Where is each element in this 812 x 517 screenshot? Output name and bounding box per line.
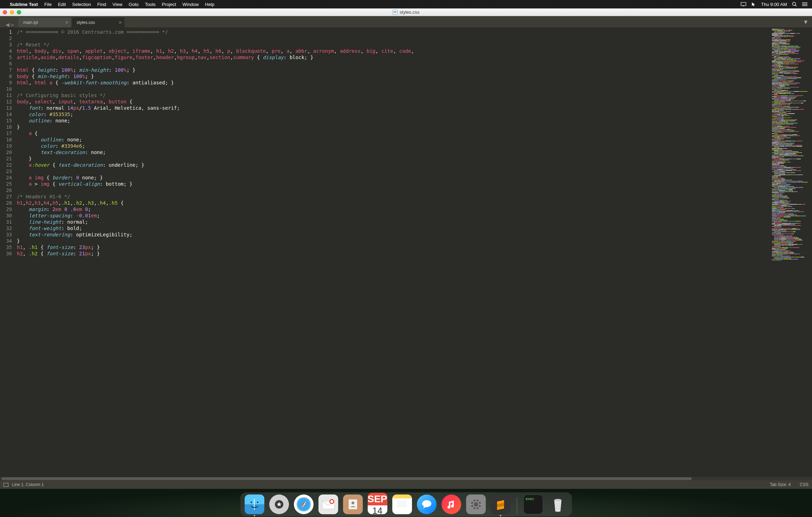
svg-point-7 <box>802 2 803 3</box>
svg-point-20 <box>352 502 354 504</box>
panel-switcher-icon[interactable] <box>4 483 8 487</box>
menu-selection[interactable]: Selection <box>72 2 91 7</box>
menu-project[interactable]: Project <box>162 2 176 7</box>
dock-launchpad[interactable] <box>269 494 289 514</box>
cursor-icon[interactable] <box>751 2 756 7</box>
dock-terminal[interactable]: exec <box>523 494 543 514</box>
tab-styles-css[interactable]: styles.css × <box>72 18 124 27</box>
status-bar: Line 1, Column 1 Tab Size: 4 CSS <box>0 480 812 489</box>
tab-close-icon[interactable]: × <box>65 20 68 25</box>
menu-tools[interactable]: Tools <box>145 2 155 7</box>
tab-label: styles.css <box>77 20 95 25</box>
tab-overflow-icon[interactable]: ▼ <box>803 19 808 25</box>
window-maximize-button[interactable] <box>17 10 21 14</box>
menu-view[interactable]: View <box>112 2 122 7</box>
svg-point-11 <box>257 502 258 503</box>
status-tab-size[interactable]: Tab Size: 4 <box>770 482 791 487</box>
calendar-month: SEP <box>368 493 387 505</box>
status-syntax[interactable]: CSS <box>800 482 808 487</box>
dock-sublime-text[interactable] <box>491 494 510 514</box>
status-cursor-position[interactable]: Line 1, Column 1 <box>12 482 44 487</box>
dock-safari[interactable] <box>294 494 314 514</box>
minimap[interactable] <box>770 27 812 477</box>
dock: SEP 14 exec <box>240 492 572 516</box>
scrollbar-thumb[interactable] <box>1 477 692 480</box>
svg-rect-1 <box>743 6 744 6</box>
svg-point-35 <box>554 499 561 501</box>
nav-forward-icon[interactable]: ▶ <box>11 22 15 27</box>
desktop: SEP 14 exec <box>0 489 812 517</box>
calendar-day: 14 <box>372 505 382 516</box>
spotlight-icon[interactable] <box>792 2 797 7</box>
menu-find[interactable]: Find <box>97 2 106 7</box>
dock-indicator <box>254 515 255 516</box>
window-close-button[interactable] <box>3 10 7 14</box>
menu-extras-icon[interactable] <box>802 2 808 6</box>
display-icon[interactable] <box>741 2 746 6</box>
macos-menubar: Sublime Text File Edit Selection Find Vi… <box>0 0 812 8</box>
dock-contacts[interactable] <box>343 494 363 514</box>
svg-point-24 <box>422 500 431 507</box>
svg-point-8 <box>802 4 803 5</box>
dock-divider <box>517 497 517 514</box>
menu-file[interactable]: File <box>44 2 52 7</box>
svg-point-2 <box>793 2 796 5</box>
menu-window[interactable]: Window <box>182 2 199 7</box>
terminal-label: exec <box>526 497 534 501</box>
app-name[interactable]: Sublime Text <box>10 2 38 7</box>
window-title: styles.css <box>400 9 419 15</box>
svg-point-17 <box>330 500 333 503</box>
dock-calendar[interactable]: SEP 14 <box>368 494 387 514</box>
menu-edit[interactable]: Edit <box>58 2 66 7</box>
tab-main-tpl[interactable]: main.tpl × <box>18 18 71 27</box>
window-minimize-button[interactable] <box>10 10 14 14</box>
svg-rect-0 <box>741 2 746 6</box>
menubar-clock[interactable]: Thu 9:00 AM <box>761 2 787 7</box>
editor-area[interactable]: 1234567891011121314151617181920212223242… <box>0 27 812 477</box>
line-number-gutter: 1234567891011121314151617181920212223242… <box>0 27 15 477</box>
svg-point-9 <box>802 5 803 6</box>
dock-indicator <box>500 515 501 516</box>
code-content[interactable]: /* =========== © 2016 Centroarts.com ===… <box>15 27 770 477</box>
tab-bar: ◀ ▶ main.tpl × styles.css × ▼ <box>0 16 812 27</box>
dock-system-preferences[interactable] <box>466 494 486 514</box>
window-titlebar: styles.css <box>0 8 812 16</box>
horizontal-scrollbar[interactable] <box>0 477 812 480</box>
dock-messages[interactable] <box>417 494 437 514</box>
dock-notes[interactable] <box>392 494 412 514</box>
menu-goto[interactable]: Goto <box>129 2 138 7</box>
tab-label: main.tpl <box>23 20 38 25</box>
nav-back-icon[interactable]: ◀ <box>6 22 9 27</box>
svg-point-10 <box>251 502 252 503</box>
menu-help[interactable]: Help <box>205 2 214 7</box>
tab-close-icon[interactable]: × <box>119 20 122 25</box>
dock-trash[interactable] <box>548 494 568 514</box>
svg-line-3 <box>795 5 797 6</box>
dock-finder[interactable] <box>245 494 264 514</box>
file-icon <box>393 10 398 15</box>
dock-mail[interactable] <box>318 494 338 514</box>
dock-itunes[interactable] <box>442 494 461 514</box>
